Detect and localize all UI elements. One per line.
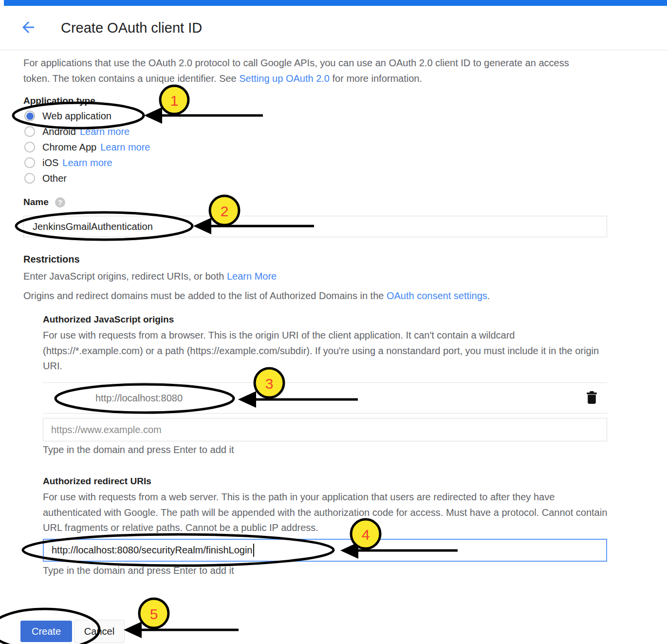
annotation-5-badge <box>139 599 168 628</box>
annotation-1-badge <box>160 86 188 114</box>
help-icon[interactable]: ? <box>55 197 65 208</box>
name-label: Name <box>23 197 49 208</box>
page-header: Create OAuth client ID <box>0 6 667 50</box>
oauth-consent-settings-link[interactable]: OAuth consent settings <box>387 290 487 301</box>
origin-row: http://localhost:8080 <box>43 382 607 414</box>
annotation-5-number: 5 <box>150 606 158 622</box>
restrictions-line2-text: Origins and redirect domains must be add… <box>23 290 387 301</box>
redirect-uri-value: http://localhost:8080/securityRealm/fini… <box>52 545 252 556</box>
trash-icon <box>586 390 598 406</box>
origin-value[interactable]: http://localhost:8080 <box>43 393 183 404</box>
radio-label: Chrome App <box>42 142 96 153</box>
authorized-redirect-uris-title: Authorized redirect URIs <box>43 476 151 487</box>
name-input[interactable] <box>23 216 607 237</box>
radio-option-web-application[interactable]: Web application <box>24 108 150 124</box>
radio-label: Other <box>42 173 67 184</box>
intro-paragraph: For applications that use the OAuth 2.0 … <box>23 55 591 86</box>
text-cursor <box>253 544 254 557</box>
page-title: Create OAuth client ID <box>61 20 202 36</box>
name-label-row: Name ? <box>23 197 65 208</box>
authorized-redirect-uris-description: For use with requests from a web server.… <box>43 490 610 536</box>
learn-more-link[interactable]: Learn more <box>80 126 130 137</box>
radio-option-other[interactable]: Other <box>24 170 150 186</box>
redirect-uri-input[interactable]: http://localhost:8080/securityRealm/fini… <box>43 539 607 562</box>
origin-helper-text: Type in the domain and press Enter to ad… <box>43 444 234 455</box>
application-type-label: Application type <box>23 95 95 106</box>
annotation-5-arrowhead <box>124 622 142 638</box>
radio-option-chrome-app[interactable]: Chrome App Learn more <box>24 139 150 155</box>
cancel-button[interactable]: Cancel <box>74 620 125 643</box>
radio-label: iOS <box>42 157 58 169</box>
learn-more-link[interactable]: Learn more <box>100 142 150 153</box>
radio-unselected-icon[interactable] <box>24 126 35 137</box>
redirect-helper-text: Type in the domain and press Enter to ad… <box>43 565 234 576</box>
top-accent-bar <box>4 0 667 6</box>
back-button[interactable] <box>19 19 37 37</box>
radio-unselected-icon[interactable] <box>24 173 35 184</box>
restrictions-line1: Enter JavaScript origins, redirect URIs,… <box>23 271 277 282</box>
application-type-radio-group: Web application Android Learn more Chrom… <box>24 108 150 186</box>
radio-unselected-icon[interactable] <box>24 142 35 152</box>
create-oauth-client-page: { "header": { "title": "Create OAuth cli… <box>0 0 667 644</box>
annotation-1-number: 1 <box>170 93 179 109</box>
radio-label: Web application <box>42 111 111 122</box>
intro-text-after: for more information. <box>330 73 422 84</box>
radio-unselected-icon[interactable] <box>24 157 35 168</box>
restrictions-line2: Origins and redirect domains must be add… <box>23 290 490 302</box>
radio-label: Android <box>42 126 76 137</box>
restrictions-title: Restrictions <box>23 254 80 265</box>
add-origin-input[interactable] <box>43 418 607 441</box>
radio-selected-icon[interactable] <box>24 111 35 121</box>
action-buttons: Create Cancel <box>20 620 125 643</box>
restrictions-learn-more-link[interactable]: Learn More <box>227 271 277 282</box>
restrictions-line2-suffix: . <box>487 290 490 301</box>
radio-option-android[interactable]: Android Learn more <box>24 124 150 139</box>
radio-option-ios[interactable]: iOS Learn more <box>24 155 150 170</box>
learn-more-link[interactable]: Learn more <box>62 157 112 169</box>
setting-up-oauth-link[interactable]: Setting up OAuth 2.0 <box>239 73 330 84</box>
authorized-js-origins-description: For use with requests from a browser. Th… <box>43 328 610 374</box>
authorized-js-origins-title: Authorized JavaScript origins <box>43 314 174 325</box>
restrictions-line1-text: Enter JavaScript origins, redirect URIs,… <box>23 271 227 282</box>
create-button[interactable]: Create <box>20 621 72 642</box>
back-arrow-icon <box>19 19 37 38</box>
delete-origin-button[interactable] <box>585 390 598 406</box>
